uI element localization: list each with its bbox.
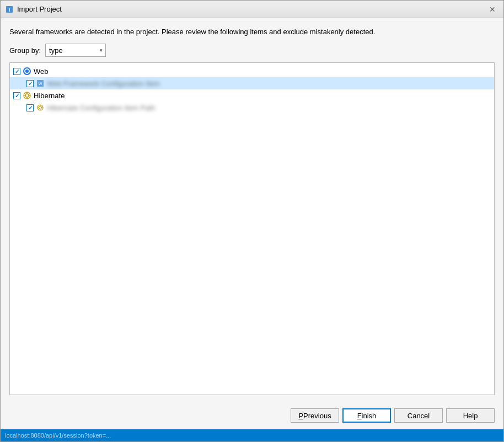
svg-point-11: [39, 106, 42, 109]
help-label: Help: [463, 412, 478, 420]
frameworks-panel: Web W Web Framework Configuration Item: [9, 62, 495, 395]
hibernate-group-checkbox[interactable]: [13, 92, 20, 99]
cancel-label: Cancel: [408, 412, 430, 420]
web-child-checkbox[interactable]: [26, 80, 34, 87]
close-button[interactable]: ✕: [486, 3, 499, 16]
group-by-select[interactable]: type name status: [45, 44, 106, 57]
svg-text:I: I: [9, 7, 10, 13]
status-text: localhost:8080/api/v1/session?token=...: [5, 432, 111, 439]
hibernate-child-row[interactable]: Hibernate Configuration Item Path: [10, 102, 494, 114]
help-button[interactable]: Help: [446, 408, 495, 423]
web-icon: [23, 67, 31, 76]
title-bar: I Import Project ✕: [1, 1, 503, 18]
message-text: Several frameworks are detected in the p…: [9, 27, 495, 37]
svg-text:W: W: [39, 82, 42, 86]
dialog-title: Import Project: [17, 5, 486, 13]
dialog-icon: I: [5, 5, 14, 14]
cancel-button[interactable]: Cancel: [394, 408, 443, 423]
hibernate-group-row: Hibernate: [10, 89, 494, 102]
import-project-dialog: I Import Project ✕ Several frameworks ar…: [0, 0, 504, 442]
finish-button[interactable]: Finish: [342, 408, 391, 423]
web-child-row[interactable]: W Web Framework Configuration Item: [10, 77, 494, 89]
hibernate-group-label: Hibernate: [34, 92, 65, 100]
hibernate-sub-icon: [36, 103, 45, 112]
web-sub-icon: W: [36, 79, 45, 88]
web-group-checkbox[interactable]: [13, 68, 20, 75]
svg-point-5: [25, 94, 29, 97]
web-group-label: Web: [34, 67, 49, 76]
previous-button[interactable]: PPrevious: [291, 408, 339, 423]
hibernate-icon: [23, 91, 31, 100]
previous-label: PPrevious: [298, 412, 331, 420]
dialog-footer: PPrevious Finish Cancel Help: [1, 402, 503, 429]
group-by-row: Group by: type name status: [9, 44, 495, 57]
hibernate-child-checkbox[interactable]: [26, 104, 34, 111]
dialog-body: Several frameworks are detected in the p…: [1, 18, 503, 402]
web-group-row: Web: [10, 65, 494, 77]
group-by-label: Group by:: [9, 46, 41, 55]
group-by-select-wrapper: type name status: [45, 44, 106, 57]
status-bar: localhost:8080/api/v1/session?token=...: [1, 429, 503, 441]
web-child-label: Web Framework Configuration Item: [47, 79, 160, 88]
hibernate-child-label: Hibernate Configuration Item Path: [47, 104, 156, 112]
finish-label: Finish: [357, 412, 377, 420]
